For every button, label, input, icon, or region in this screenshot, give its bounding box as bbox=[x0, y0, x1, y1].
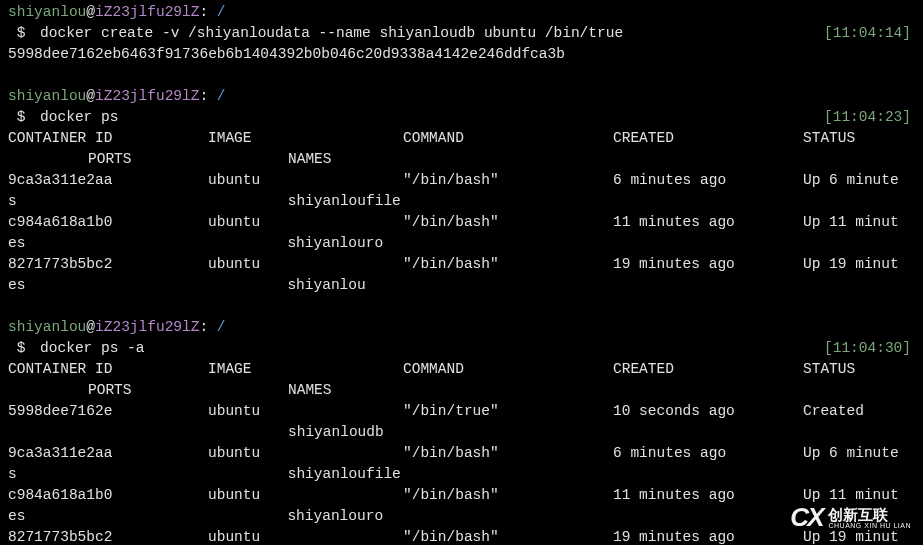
cell-container-id: 9ca3a311e2aa bbox=[8, 443, 208, 464]
header-command: COMMAND bbox=[403, 128, 613, 149]
prompt-line-1: shiyanlou@iZ23jlfu29lZ: / bbox=[8, 2, 915, 23]
cell-names: shiyanloudb bbox=[288, 422, 384, 443]
watermark-logo: CX bbox=[790, 499, 822, 537]
cell-image: ubuntu bbox=[208, 527, 403, 545]
table-row: 9ca3a311e2aaubuntu"/bin/bash"6 minutes a… bbox=[8, 443, 915, 464]
watermark: CX 创新互联 CHUANG XIN HU LIAN bbox=[790, 499, 911, 537]
header-image: IMAGE bbox=[208, 128, 403, 149]
cell-names: shiyanlou bbox=[287, 275, 365, 296]
cell-image: ubuntu bbox=[208, 485, 403, 506]
table-header: CONTAINER IDIMAGECOMMANDCREATEDSTATUS bbox=[8, 359, 915, 380]
cell-created: 6 minutes ago bbox=[613, 170, 803, 191]
header-ports: PORTS bbox=[88, 149, 288, 170]
cell-command: "/bin/bash" bbox=[403, 527, 613, 545]
command-line-3[interactable]: $ docker ps -a[11:04:30] bbox=[8, 338, 915, 359]
table-row: 8271773b5bc2ubuntu"/bin/bash"19 minutes … bbox=[8, 527, 915, 545]
cell-ports bbox=[87, 506, 287, 527]
table-row-wrap: esshiyanlouro bbox=[8, 233, 915, 254]
cell-image: ubuntu bbox=[208, 170, 403, 191]
prompt-line-3: shiyanlou@iZ23jlfu29lZ: / bbox=[8, 317, 915, 338]
header-created: CREATED bbox=[613, 128, 803, 149]
table-row: c984a618a1b0ubuntu"/bin/bash"11 minutes … bbox=[8, 485, 915, 506]
cell-created: 6 minutes ago bbox=[613, 443, 803, 464]
table-row-wrap: sshiyanloufile bbox=[8, 464, 915, 485]
cell-status-suffix: s bbox=[8, 191, 17, 212]
cell-status: Up 19 minut bbox=[803, 254, 899, 275]
cell-names: shiyanloufile bbox=[288, 191, 401, 212]
blank-line bbox=[8, 296, 915, 317]
cell-status-suffix: es bbox=[8, 506, 25, 527]
cell-ports bbox=[88, 464, 288, 485]
cell-container-id: 8271773b5bc2 bbox=[8, 527, 208, 545]
command-text: docker ps bbox=[40, 107, 118, 128]
prompt-line-2: shiyanlou@iZ23jlfu29lZ: / bbox=[8, 86, 915, 107]
cell-command: "/bin/bash" bbox=[403, 485, 613, 506]
cell-names: shiyanloufile bbox=[288, 464, 401, 485]
command-line-2[interactable]: $ docker ps[11:04:23] bbox=[8, 107, 915, 128]
command-line-1[interactable]: $ docker create -v /shiyanloudata --name… bbox=[8, 23, 915, 44]
table-row: 9ca3a311e2aaubuntu"/bin/bash"6 minutes a… bbox=[8, 170, 915, 191]
cell-image: ubuntu bbox=[208, 443, 403, 464]
cell-command: "/bin/bash" bbox=[403, 443, 613, 464]
output-hash: 5998dee7162eb6463f91736eb6b1404392b0b046… bbox=[8, 44, 915, 65]
table-row-wrap: shiyanloudb bbox=[8, 422, 915, 443]
timestamp: [11:04:30] bbox=[824, 338, 915, 359]
cell-ports bbox=[88, 422, 288, 443]
cell-created: 19 minutes ago bbox=[613, 254, 803, 275]
table-header: CONTAINER IDIMAGECOMMANDCREATEDSTATUS bbox=[8, 128, 915, 149]
table-row: c984a618a1b0ubuntu"/bin/bash"11 minutes … bbox=[8, 212, 915, 233]
cell-ports bbox=[88, 191, 288, 212]
cell-status-suffix: es bbox=[8, 275, 25, 296]
table-row-wrap: esshiyanlou bbox=[8, 275, 915, 296]
cell-container-id: c984a618a1b0 bbox=[8, 212, 208, 233]
cell-container-id: 9ca3a311e2aa bbox=[8, 170, 208, 191]
cell-ports bbox=[87, 233, 287, 254]
cell-image: ubuntu bbox=[208, 212, 403, 233]
timestamp: [11:04:14] bbox=[824, 23, 915, 44]
timestamp: [11:04:23] bbox=[824, 107, 915, 128]
watermark-cn: 创新互联 bbox=[828, 507, 911, 522]
cell-status: Up 11 minut bbox=[803, 212, 899, 233]
cell-command: "/bin/bash" bbox=[403, 212, 613, 233]
cell-names: shiyanlouro bbox=[287, 233, 383, 254]
cell-command: "/bin/bash" bbox=[403, 170, 613, 191]
prompt-host: iZ23jlfu29lZ bbox=[95, 2, 199, 23]
watermark-py: CHUANG XIN HU LIAN bbox=[828, 522, 911, 529]
table-row-wrap: esshiyanlouro bbox=[8, 506, 915, 527]
prompt-user: shiyanlou bbox=[8, 2, 86, 23]
table-header-2: PORTSNAMES bbox=[8, 149, 915, 170]
cell-created: 11 minutes ago bbox=[613, 212, 803, 233]
cell-container-id: 5998dee7162e bbox=[8, 401, 208, 422]
cell-status-suffix: es bbox=[8, 233, 25, 254]
cell-ports bbox=[87, 275, 287, 296]
blank-line bbox=[8, 65, 915, 86]
prompt-colon: : bbox=[199, 2, 208, 23]
prompt-path: / bbox=[208, 2, 225, 23]
cell-created: 19 minutes ago bbox=[613, 527, 803, 545]
table-row: 8271773b5bc2ubuntu"/bin/bash"19 minutes … bbox=[8, 254, 915, 275]
cell-command: "/bin/bash" bbox=[403, 254, 613, 275]
cell-container-id: c984a618a1b0 bbox=[8, 485, 208, 506]
cell-status: Created bbox=[803, 401, 864, 422]
table-header-2: PORTSNAMES bbox=[8, 380, 915, 401]
cell-status: Up 6 minute bbox=[803, 170, 899, 191]
cell-status: Up 6 minute bbox=[803, 443, 899, 464]
table-row: 5998dee7162eubuntu"/bin/true"10 seconds … bbox=[8, 401, 915, 422]
cell-container-id: 8271773b5bc2 bbox=[8, 254, 208, 275]
command-text: docker ps -a bbox=[40, 338, 144, 359]
cell-image: ubuntu bbox=[208, 401, 403, 422]
command-text: docker create -v /shiyanloudata --name s… bbox=[40, 23, 623, 44]
header-names: NAMES bbox=[288, 149, 332, 170]
cell-command: "/bin/true" bbox=[403, 401, 613, 422]
cell-status-suffix: s bbox=[8, 464, 17, 485]
prompt-dollar: $ bbox=[8, 23, 34, 44]
header-status: STATUS bbox=[803, 128, 855, 149]
header-container-id: CONTAINER ID bbox=[8, 128, 208, 149]
prompt-at: @ bbox=[86, 2, 95, 23]
cell-created: 10 seconds ago bbox=[613, 401, 803, 422]
cell-created: 11 minutes ago bbox=[613, 485, 803, 506]
table-row-wrap: sshiyanloufile bbox=[8, 191, 915, 212]
cell-image: ubuntu bbox=[208, 254, 403, 275]
cell-names: shiyanlouro bbox=[287, 506, 383, 527]
